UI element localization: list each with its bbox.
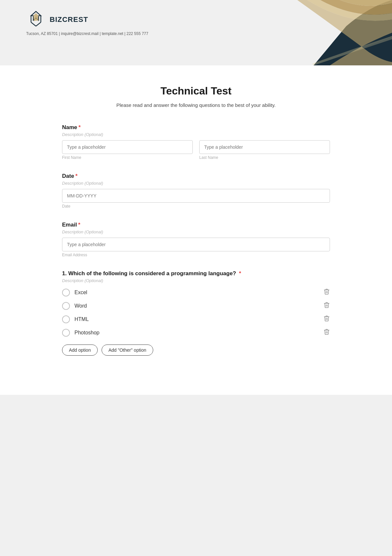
name-inputs: First Name Last Name <box>62 140 330 160</box>
option-html: HTML <box>62 313 330 325</box>
form-subtitle: Please read and answer the following que… <box>62 102 330 108</box>
date-description: Description (Optional) <box>62 181 330 186</box>
email-wrapper: Email Address <box>62 238 330 257</box>
date-sublabel: Date <box>62 204 330 209</box>
name-required-star: * <box>78 124 81 130</box>
option-word: Word <box>62 300 330 312</box>
email-required-star: * <box>78 222 80 228</box>
question1-label: 1. Which of the following is considered … <box>62 270 330 277</box>
question1-section: 1. Which of the following is considered … <box>62 270 330 356</box>
radio-html[interactable] <box>62 315 70 323</box>
main-content: Technical Test Please read and answer th… <box>0 65 392 395</box>
delete-html-icon[interactable] <box>323 315 330 323</box>
email-inputs: Email Address <box>62 238 330 257</box>
name-description: Description (Optional) <box>62 132 330 137</box>
radio-excel[interactable] <box>62 289 70 296</box>
add-other-option-button[interactable]: Add "Other" option <box>102 345 153 356</box>
question1-description: Description (Optional) <box>62 278 330 283</box>
add-option-button[interactable]: Add option <box>62 345 98 356</box>
last-name-input[interactable] <box>199 140 330 154</box>
date-wrapper: Date <box>62 189 330 209</box>
email-section: Email* Description (Optional) Email Addr… <box>62 222 330 257</box>
header-decoration <box>255 0 392 65</box>
radio-word[interactable] <box>62 302 70 310</box>
email-label: Email* <box>62 222 330 228</box>
name-section: Name* Description (Optional) First Name … <box>62 124 330 160</box>
label-excel: Excel <box>74 290 87 295</box>
add-options-row: Add option Add "Other" option <box>62 345 330 356</box>
question1-number: 1. <box>62 270 67 277</box>
last-name-sublabel: Last Name <box>199 155 330 160</box>
logo-area: BIZCREST Tucson, AZ 85701 | inquire@bizc… <box>26 10 148 36</box>
question1-required-star: * <box>239 270 241 277</box>
radio-photoshop[interactable] <box>62 329 70 337</box>
first-name-input[interactable] <box>62 140 193 154</box>
email-input[interactable] <box>62 238 330 251</box>
date-section: Date* Description (Optional) Date <box>62 173 330 209</box>
date-input[interactable] <box>62 189 330 203</box>
svg-line-3 <box>36 22 41 26</box>
label-photoshop: Photoshop <box>74 330 100 336</box>
label-word: Word <box>74 303 87 309</box>
date-inputs: Date <box>62 189 330 209</box>
delete-photoshop-icon[interactable] <box>323 329 330 337</box>
bizcrest-logo-icon <box>26 10 46 29</box>
date-required-star: * <box>75 173 78 179</box>
email-description: Description (Optional) <box>62 229 330 234</box>
option-photoshop: Photoshop <box>62 327 330 339</box>
name-label: Name* <box>62 124 330 131</box>
form-title: Technical Test <box>62 85 330 97</box>
label-html: HTML <box>74 316 89 322</box>
delete-excel-icon[interactable] <box>323 288 330 296</box>
page-header: BIZCREST Tucson, AZ 85701 | inquire@bizc… <box>0 0 392 65</box>
option-excel: Excel <box>62 286 330 298</box>
first-name-sublabel: First Name <box>62 155 193 160</box>
last-name-wrapper: Last Name <box>199 140 330 160</box>
svg-line-2 <box>31 22 36 26</box>
date-label: Date* <box>62 173 330 179</box>
brand-name: BIZCREST <box>50 15 88 24</box>
contact-info: Tucson, AZ 85701 | inquire@bizcrest.mail… <box>26 31 148 36</box>
delete-word-icon[interactable] <box>323 302 330 310</box>
email-sublabel: Email Address <box>62 253 330 257</box>
first-name-wrapper: First Name <box>62 140 193 160</box>
question1-text: Which of the following is considered a p… <box>68 270 236 277</box>
